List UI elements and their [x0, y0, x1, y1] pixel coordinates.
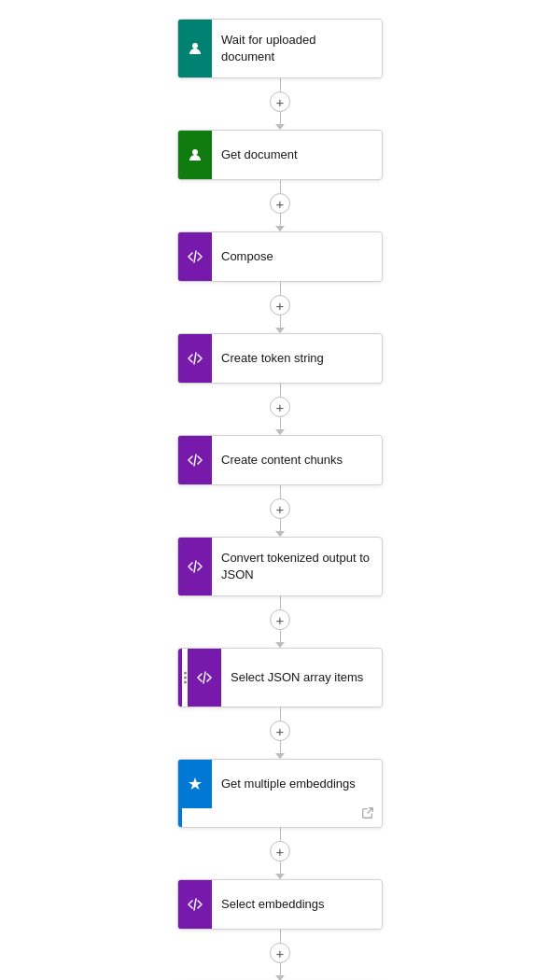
connector-get-document: + [261, 180, 299, 231]
connector-line-bottom [280, 112, 281, 125]
connector-line-bottom [280, 741, 281, 754]
connector-line-top [280, 78, 281, 91]
add-step-button[interactable]: + [270, 397, 290, 417]
step-card-create-content-chunks[interactable]: Create content chunks [177, 435, 383, 485]
add-step-button[interactable]: + [270, 498, 290, 519]
connector-line-bottom [280, 417, 281, 430]
person-icon [185, 38, 205, 59]
step-card-select-embeddings[interactable]: Select embeddings [177, 879, 383, 930]
arrow-down-icon [275, 975, 285, 980]
svg-point-0 [192, 43, 198, 49]
step-card-compose[interactable]: Compose [177, 231, 383, 282]
connector-line-top [280, 384, 281, 397]
step-card-convert-tokenized[interactable]: Convert tokenized output to JSON [177, 537, 383, 596]
connector-line-bottom [280, 214, 281, 227]
connector-line-top [280, 596, 281, 609]
connector-select-embeddings: + [261, 930, 299, 980]
code-icon [185, 450, 205, 470]
connector-line-top [280, 180, 281, 193]
step-card-get-multiple-embeddings[interactable]: Get multiple embeddings [177, 759, 383, 828]
connector-line-bottom [280, 315, 281, 329]
step-icon-bar-get-multiple-embeddings [178, 760, 212, 808]
connector-create-content-chunks: + [261, 485, 299, 537]
add-step-button[interactable]: + [270, 193, 290, 214]
connector-line-top [280, 930, 281, 943]
step-icon-bar-get-document [178, 131, 212, 179]
step-icon-bar-convert-tokenized [178, 538, 212, 595]
add-step-button[interactable]: + [270, 943, 290, 963]
step-card-create-token-string[interactable]: Create token string [177, 333, 383, 384]
code-icon [185, 348, 205, 369]
connector-line-bottom [280, 630, 281, 643]
step-label-compose: Compose [212, 241, 382, 273]
connector-wait-uploaded: + [261, 78, 299, 130]
step-label-select-json-array: Select JSON array items [221, 662, 382, 693]
step-card-wait-uploaded[interactable]: Wait for uploaded document [177, 19, 383, 78]
step-label-create-token-string: Create token string [212, 343, 382, 374]
star-icon [185, 774, 205, 794]
three-dots-icon [182, 672, 187, 684]
step-label-wait-uploaded: Wait for uploaded document [212, 24, 382, 72]
step-icon-bar-compose [178, 232, 212, 281]
connector-line-top [280, 828, 281, 841]
step-icon-bar-select-embeddings [178, 880, 212, 929]
step-label-get-document: Get document [212, 139, 382, 171]
step-label-create-content-chunks: Create content chunks [212, 444, 382, 476]
connector-select-json-array: + [261, 707, 299, 759]
step-label-select-embeddings: Select embeddings [212, 889, 382, 920]
step-icon-bar-select-json-array [188, 649, 221, 707]
add-step-button[interactable]: + [270, 91, 290, 112]
svg-point-1 [192, 149, 198, 155]
connector-line-top [280, 707, 281, 721]
add-step-button[interactable]: + [270, 609, 290, 630]
step-icon-bar-wait-uploaded [178, 20, 212, 77]
code-icon [185, 246, 205, 267]
add-step-button[interactable]: + [270, 721, 290, 741]
connector-convert-tokenized: + [261, 596, 299, 648]
person-icon [185, 145, 205, 165]
connector-compose: + [261, 282, 299, 333]
code-icon [185, 556, 205, 577]
code-icon [185, 894, 205, 915]
connector-line-bottom [280, 963, 281, 976]
connector-line-bottom [280, 519, 281, 532]
connector-get-multiple-embeddings: + [261, 828, 299, 879]
connector-create-token-string: + [261, 384, 299, 435]
step-label-get-multiple-embeddings: Get multiple embeddings [212, 768, 382, 800]
step-card-get-document[interactable]: Get document [177, 130, 383, 180]
connector-line-bottom [280, 861, 281, 875]
step-label-convert-tokenized: Convert tokenized output to JSON [212, 542, 382, 590]
connector-line-top [280, 282, 281, 295]
add-step-button[interactable]: + [270, 295, 290, 315]
code-icon [194, 667, 215, 688]
step-card-select-json-array[interactable]: Select JSON array items [177, 648, 383, 707]
step-icon-bar-create-content-chunks [178, 436, 212, 484]
connector-line-top [280, 485, 281, 498]
step-icon-bar-create-token-string [178, 334, 212, 383]
link-icon [361, 806, 374, 822]
flow-container: Wait for uploaded document+ Get document… [0, 19, 560, 980]
add-step-button[interactable]: + [270, 841, 290, 861]
